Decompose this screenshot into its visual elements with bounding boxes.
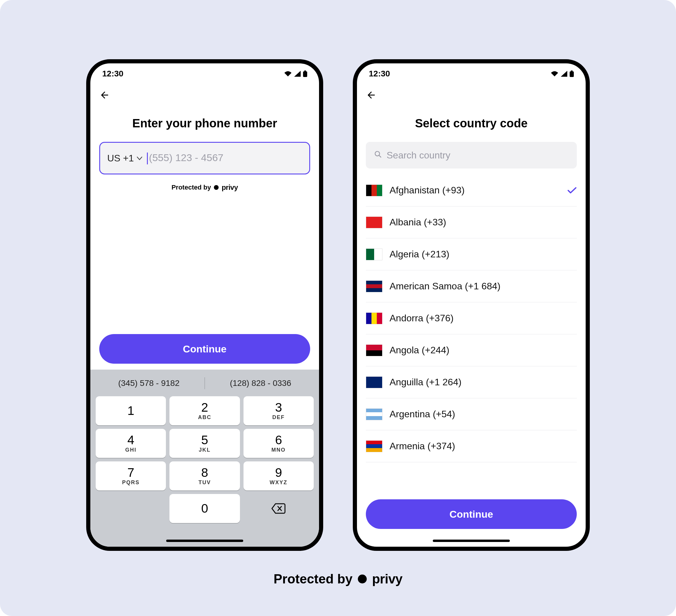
flag-icon <box>366 217 383 228</box>
status-bar: 12:30 <box>357 63 586 84</box>
text-cursor <box>147 152 148 164</box>
country-label: Andorra (+376) <box>390 313 577 324</box>
key-letters: TUV <box>199 480 211 486</box>
protected-label: Protected by <box>273 571 352 587</box>
key-letters: PQRS <box>122 480 139 486</box>
search-input[interactable]: Search country <box>366 142 577 169</box>
key-letters: ABC <box>198 414 211 421</box>
country-label: Afghanistan (+93) <box>390 185 560 196</box>
key-letters: JKL <box>199 447 211 453</box>
key-digit: 0 <box>201 502 208 515</box>
battery-icon <box>570 70 574 77</box>
continue-button[interactable]: Continue <box>99 334 310 364</box>
continue-button[interactable]: Continue <box>366 499 577 529</box>
country-label: Algeria (+213) <box>390 249 577 260</box>
country-row[interactable]: Algeria (+213) <box>366 238 577 270</box>
country-label: Angola (+244) <box>390 345 577 356</box>
keyboard-suggestions: (345) 578 - 9182 (128) 828 - 0336 <box>93 374 316 392</box>
svg-rect-2 <box>570 71 574 77</box>
key-0[interactable]: 0 <box>169 494 240 523</box>
key-digit: 1 <box>127 405 134 417</box>
key-digit: 6 <box>275 434 282 446</box>
key-digit: 2 <box>201 401 208 414</box>
wifi-icon <box>551 71 558 77</box>
key-3[interactable]: 3DEF <box>243 396 314 425</box>
search-icon <box>374 150 382 160</box>
key-2[interactable]: 2ABC <box>169 396 240 425</box>
status-icons <box>284 70 307 77</box>
flag-icon <box>366 281 383 292</box>
country-row[interactable]: Armenia (+374) <box>366 430 577 462</box>
country-row[interactable]: Anguilla (+1 264) <box>366 366 577 398</box>
country-row[interactable]: Argentina (+54) <box>366 398 577 430</box>
nav-bar <box>357 84 586 108</box>
svg-rect-3 <box>571 70 573 71</box>
backspace-key[interactable] <box>243 494 314 523</box>
flag-icon <box>366 185 383 196</box>
home-indicator[interactable] <box>166 540 243 542</box>
country-row[interactable]: Angola (+244) <box>366 334 577 366</box>
flag-icon <box>366 312 383 324</box>
suggestion-1[interactable]: (345) 578 - 9182 <box>93 378 205 388</box>
status-time: 12:30 <box>102 69 123 78</box>
flag-icon <box>366 440 383 452</box>
country-row[interactable]: Andorra (+376) <box>366 302 577 334</box>
battery-icon <box>303 70 307 77</box>
search-placeholder: Search country <box>387 150 450 161</box>
numeric-keypad: (345) 578 - 9182 (128) 828 - 0336 12ABC3… <box>90 370 319 547</box>
flag-icon <box>366 345 383 356</box>
key-6[interactable]: 6MNO <box>243 429 314 458</box>
phone-input-container[interactable]: US +1 (555) 123 - 4567 <box>99 142 310 174</box>
cell-signal-icon <box>294 71 301 77</box>
key-digit: 7 <box>127 467 134 479</box>
country-code-selector[interactable]: US +1 <box>107 153 142 164</box>
phone-number-input[interactable]: (555) 123 - 4567 <box>147 152 302 164</box>
privy-logo-icon <box>214 185 219 190</box>
home-indicator[interactable] <box>433 540 510 542</box>
key-letters: MNO <box>271 447 286 453</box>
back-button[interactable] <box>366 90 377 102</box>
key-1[interactable]: 1 <box>96 396 166 425</box>
country-list[interactable]: Afghanistan (+93)Albania (+33)Algeria (+… <box>366 174 577 493</box>
flag-icon <box>366 409 383 420</box>
key-digit: 9 <box>275 467 282 479</box>
privy-brand: privy <box>372 571 403 587</box>
key-digit: 4 <box>127 434 134 446</box>
flag-icon <box>366 248 383 260</box>
phone-placeholder: (555) 123 - 4567 <box>149 152 223 163</box>
country-label: Armenia (+374) <box>390 441 577 452</box>
page-title: Select country code <box>366 117 577 130</box>
country-row[interactable]: Albania (+33) <box>366 206 577 238</box>
wifi-icon <box>284 71 292 77</box>
country-row[interactable]: Afghanistan (+93) <box>366 174 577 206</box>
chevron-down-icon <box>137 154 142 162</box>
status-icons <box>551 70 574 77</box>
back-button[interactable] <box>99 90 110 102</box>
key-5[interactable]: 5JKL <box>169 429 240 458</box>
key-9[interactable]: 9WXYZ <box>243 461 314 490</box>
key-digit: 3 <box>275 401 282 414</box>
page-title: Enter your phone number <box>99 117 310 130</box>
privy-brand: privy <box>222 183 238 192</box>
key-digit: 8 <box>201 467 208 479</box>
svg-rect-0 <box>303 71 307 77</box>
key-7[interactable]: 7PQRS <box>96 461 166 490</box>
protected-by-badge: Protected by privy <box>99 183 310 192</box>
key-letters: DEF <box>272 414 285 421</box>
phone-select-country: 12:30 Select country code Sea <box>353 59 590 551</box>
suggestion-2[interactable]: (128) 828 - 0336 <box>205 378 316 388</box>
key-4[interactable]: 4GHI <box>96 429 166 458</box>
cell-signal-icon <box>561 71 567 77</box>
key-8[interactable]: 8TUV <box>169 461 240 490</box>
country-label: Anguilla (+1 264) <box>390 377 577 388</box>
country-label: American Samoa (+1 684) <box>390 281 577 292</box>
backspace-icon <box>271 503 286 514</box>
country-label: Albania (+33) <box>390 217 577 228</box>
footer-protected-by: Protected by privy <box>273 571 402 587</box>
check-icon <box>567 184 577 197</box>
country-row[interactable]: American Samoa (+1 684) <box>366 270 577 302</box>
key-digit: 5 <box>201 434 208 446</box>
svg-line-5 <box>379 155 381 157</box>
status-bar: 12:30 <box>90 63 319 84</box>
nav-bar <box>90 84 319 108</box>
